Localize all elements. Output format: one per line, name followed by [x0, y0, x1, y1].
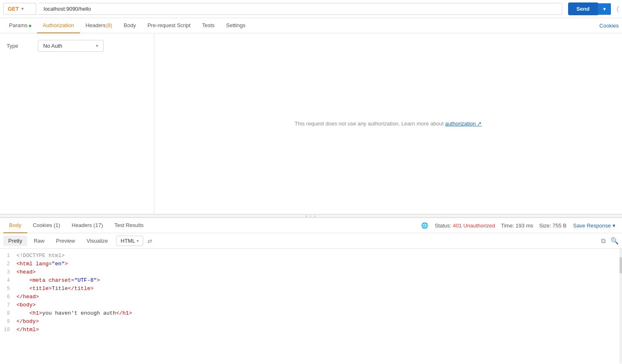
auth-left-panel: Type No Auth ▾: [0, 33, 154, 214]
request-tabs: Params Authorization Headers(8) Body Pre…: [0, 18, 622, 33]
line-content: </head>: [16, 294, 622, 300]
tab-body[interactable]: Body: [118, 18, 142, 33]
type-row: Type No Auth ▾: [7, 40, 147, 52]
html-tag: </title>: [68, 285, 93, 292]
copy-button[interactable]: ⧉: [601, 237, 606, 245]
format-type-value: HTML: [121, 238, 135, 244]
response-status-area: 🌐 Status: 401 Unauthorized Time: 193 ms …: [421, 222, 619, 229]
text-content: [16, 310, 29, 316]
search-button[interactable]: 🔍: [610, 237, 619, 245]
code-line: 2<html lang="en">: [0, 260, 622, 269]
text-content: Title: [52, 285, 68, 292]
response-tabs-row: Body Cookies (1) Headers (17) Test Resul…: [0, 218, 622, 233]
tab-authorization[interactable]: Authorization: [37, 18, 80, 33]
sidebar-toggle-icon[interactable]: 〈: [617, 5, 619, 13]
splitter[interactable]: • • •: [0, 214, 622, 218]
save-response-button[interactable]: Save Response ▾: [573, 223, 615, 229]
format-tab-preview[interactable]: Preview: [51, 236, 80, 246]
code-line: 10</html>: [0, 326, 622, 334]
method-label: GET: [8, 6, 19, 12]
attr-value: "UTF-8": [74, 277, 97, 283]
format-type-select[interactable]: HTML ▾: [116, 236, 143, 246]
top-bar: GET ▼ Send ▼ 〈: [0, 0, 622, 18]
line-content: <title>Title</title>: [16, 285, 622, 292]
line-number: 8: [0, 310, 16, 316]
html-tag: </html>: [16, 327, 39, 333]
scrollbar-track: [620, 249, 622, 364]
tab-prerequest[interactable]: Pre-request Script: [142, 18, 196, 33]
html-tag: </body>: [16, 318, 39, 325]
response-section: Body Cookies (1) Headers (17) Test Resul…: [0, 218, 622, 364]
line-content: <html lang="en">: [16, 261, 622, 267]
params-dot: [29, 25, 31, 27]
format-tab-pretty[interactable]: Pretty: [3, 236, 27, 246]
line-content: <meta charset="UTF-8">: [16, 277, 622, 283]
line-number: 3: [0, 269, 16, 275]
html-tag: </head>: [16, 294, 39, 300]
code-line: 3<head>: [0, 269, 622, 277]
code-line: 4 <meta charset="UTF-8">: [0, 277, 622, 285]
line-number: 4: [0, 277, 16, 283]
line-number: 7: [0, 302, 16, 308]
code-line: 5 <title>Title</title>: [0, 285, 622, 293]
globe-icon: 🌐: [421, 222, 428, 229]
text-content: [16, 277, 29, 283]
wrap-icon[interactable]: ⇄: [147, 238, 152, 244]
html-tag: <meta: [29, 277, 45, 283]
line-content: </body>: [16, 318, 622, 325]
text-content: [16, 285, 29, 292]
format-row: Pretty Raw Preview Visualize HTML ▾ ⇄ ⧉ …: [0, 233, 622, 249]
code-lines: 1<!DOCTYPE html>2<html lang="en">3<head>…: [0, 252, 622, 334]
method-select[interactable]: GET ▼: [3, 3, 36, 15]
attr-name: lang: [33, 261, 49, 267]
send-button[interactable]: Send: [568, 2, 598, 15]
splitter-handle: • • •: [305, 214, 316, 218]
send-dropdown-button[interactable]: ▼: [598, 3, 611, 15]
status-label: Status:: [435, 223, 451, 229]
auth-type-select[interactable]: No Auth ▾: [38, 40, 104, 52]
tab-tests[interactable]: Tests: [196, 18, 220, 33]
format-tab-visualize[interactable]: Visualize: [82, 236, 113, 246]
html-tag: >: [65, 261, 68, 267]
html-tag: <body>: [16, 302, 36, 308]
response-tab-headers[interactable]: Headers (17): [66, 218, 109, 233]
authorization-link[interactable]: authorization ↗: [445, 121, 482, 127]
html-tag: <head>: [16, 269, 36, 275]
url-input[interactable]: [39, 3, 562, 15]
code-line: 1<!DOCTYPE html>: [0, 252, 622, 260]
format-actions: ⧉ 🔍: [601, 237, 619, 245]
size-label: Size:: [539, 223, 551, 229]
no-auth-text: This request does not use any authorizat…: [295, 121, 445, 127]
no-auth-message: This request does not use any authorizat…: [295, 121, 482, 127]
html-tag: </h1>: [116, 310, 132, 316]
send-button-group: Send ▼: [568, 2, 611, 15]
code-line: 6</head>: [0, 293, 622, 301]
main-content: Type No Auth ▾ This request does not use…: [0, 33, 622, 214]
line-number: 10: [0, 327, 16, 333]
tab-settings[interactable]: Settings: [220, 18, 251, 33]
method-chevron: ▼: [21, 7, 25, 11]
line-content: </html>: [16, 327, 622, 333]
line-content: <head>: [16, 269, 622, 275]
format-type-chevron: ▾: [137, 239, 139, 243]
time-value: 193 ms: [516, 223, 533, 229]
format-tab-raw[interactable]: Raw: [29, 236, 49, 246]
auth-right-panel: This request does not use any authorizat…: [154, 33, 622, 214]
response-tab-test-results[interactable]: Test Results: [109, 218, 149, 233]
response-tab-cookies[interactable]: Cookies (1): [27, 218, 66, 233]
response-tab-body[interactable]: Body: [3, 218, 27, 233]
tab-params[interactable]: Params: [3, 18, 37, 33]
line-number: 9: [0, 318, 16, 325]
html-tag: <h1>: [29, 310, 42, 316]
tab-headers[interactable]: Headers(8): [80, 18, 118, 33]
code-line: 8 <h1>you haven't enough auth</h1>: [0, 310, 622, 318]
line-content: <!DOCTYPE html>: [16, 253, 622, 259]
line-number: 1: [0, 253, 16, 259]
code-panel[interactable]: 1<!DOCTYPE html>2<html lang="en">3<head>…: [0, 249, 622, 364]
status-code: 401 Unauthorized: [453, 223, 495, 229]
html-tag: >: [97, 277, 100, 283]
html-tag: <html: [16, 261, 33, 267]
scrollbar-thumb: [620, 257, 622, 274]
cookies-link[interactable]: Cookies: [599, 19, 619, 33]
line-number: 5: [0, 285, 16, 292]
